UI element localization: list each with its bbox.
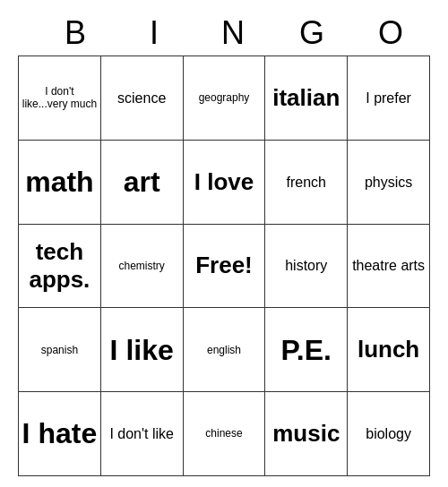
bingo-cell-18: P.E. <box>265 308 348 392</box>
bingo-cell-23: music <box>265 392 348 476</box>
bingo-cell-17: english <box>184 308 266 392</box>
bingo-cell-7: I love <box>184 141 266 225</box>
bingo-card: B I N G O I don't like...very muchscienc… <box>18 11 430 476</box>
bingo-cell-6: art <box>101 141 184 225</box>
bingo-cell-8: french <box>265 141 348 225</box>
bingo-cell-13: history <box>265 225 348 309</box>
bingo-cell-16: I like <box>101 308 184 392</box>
bingo-cell-1: science <box>101 56 184 141</box>
bingo-cell-0: I don't like...very much <box>19 56 101 141</box>
bingo-cell-24: biology <box>348 392 430 476</box>
bingo-cell-19: lunch <box>348 308 430 392</box>
bingo-cell-20: I hate <box>19 392 101 476</box>
bingo-cell-14: theatre arts <box>348 225 430 309</box>
bingo-cell-10: tech apps. <box>19 225 101 309</box>
header-o: O <box>351 11 430 56</box>
bingo-header: B I N G O <box>18 11 430 56</box>
bingo-cell-2: geography <box>184 56 266 141</box>
bingo-cell-12: Free! <box>184 225 266 309</box>
bingo-cell-15: spanish <box>19 308 101 392</box>
bingo-cell-9: physics <box>348 141 430 225</box>
bingo-cell-21: I don't like <box>101 392 184 476</box>
bingo-cell-11: chemistry <box>101 225 184 309</box>
bingo-cell-22: chinese <box>184 392 266 476</box>
bingo-cell-4: I prefer <box>348 56 430 141</box>
header-i: I <box>115 11 194 56</box>
header-g: G <box>272 11 351 56</box>
header-n: N <box>194 11 272 56</box>
bingo-cell-5: math <box>19 141 101 225</box>
bingo-cell-3: italian <box>265 56 348 141</box>
bingo-grid: I don't like...very muchsciencegeography… <box>18 56 430 476</box>
header-b: B <box>36 11 115 56</box>
